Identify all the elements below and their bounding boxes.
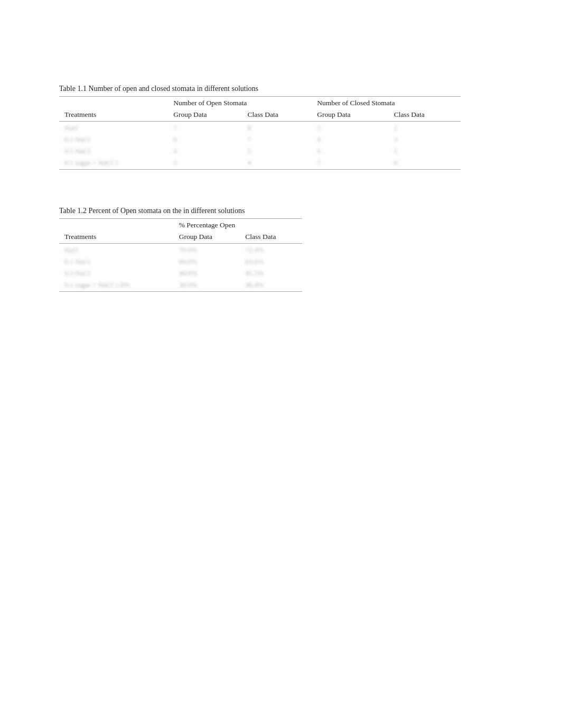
table-row: 0.1 NaCl 60.0% 63.6% [59,256,302,268]
table-row: 0.5 NaCl 4 5 6 5 [59,145,461,157]
table1-col-closed-group: Group Data [312,109,388,122]
table1-col-closed-class: Class Data [389,109,461,122]
table2-col-group: Group Data [174,231,240,244]
table2: % Percentage Open Treatments Group Data … [59,218,302,292]
table2-caption: Table 1.2 Percent of Open stomata on the… [59,207,302,215]
table2-col-class: Class Data [240,231,302,244]
table2-percent-header: % Percentage Open [174,219,302,232]
table-row: 0.5 NaCl 40.0% 45.5% [59,268,302,279]
table1-treatments-header [59,97,168,109]
table1-col-open-class: Class Data [242,109,312,122]
table1-col-open-group: Group Data [168,109,242,122]
table1: Number of Open Stomata Number of Closed … [59,96,461,170]
table-row: 0.1 sugar + NaCl 1 3 4 7 6 [59,157,461,170]
table-row: H₂O 7 8 3 2 [59,122,461,134]
table1-caption: Table 1.1 Number of open and closed stom… [59,85,502,93]
table-row: H₂O 70.0% 72.4% [59,244,302,256]
table-row: 0.1 NaCl 6 7 4 3 [59,134,461,145]
table2-col-treatments: Treatments [59,231,174,244]
table2-empty-header [59,219,174,232]
table1-open-stomata-header: Number of Open Stomata [168,97,312,109]
table1-col-treatments: Treatments [59,109,168,122]
table1-closed-stomata-header: Number of Closed Stomata [312,97,461,109]
table-row: 0.1 sugar + NaCl 1.0% 30.0% 36.4% [59,279,302,292]
